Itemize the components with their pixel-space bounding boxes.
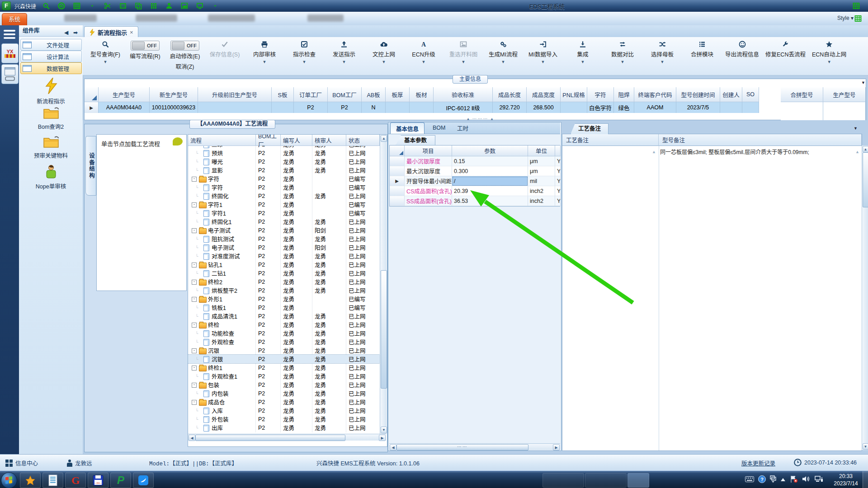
table-cell[interactable] xyxy=(742,102,759,113)
table-cell[interactable]: 292.720 xyxy=(493,102,527,113)
column-header[interactable]: PNL规格 xyxy=(561,87,587,102)
taskbar-window-button-active[interactable] xyxy=(627,473,649,488)
scrollbar-thumb[interactable] xyxy=(381,270,387,389)
toggle-switch[interactable]: OFF xyxy=(170,41,199,51)
show-hidden-icons[interactable] xyxy=(780,476,786,484)
collapse-node-icon[interactable]: - xyxy=(192,177,197,182)
toolbar-button-17[interactable]: 导出流程信息 xyxy=(722,39,762,58)
tab-process-remarks[interactable]: 工艺备注 xyxy=(571,123,609,134)
tree-row-终固化[interactable]: └ 终固化P2 龙勇 龙勇 已上网 xyxy=(188,192,380,200)
chevron-down-icon[interactable]: ▼ xyxy=(621,60,625,64)
tree-row-二钻1[interactable]: └ 二钻1P2 龙勇 龙勇 已上网 xyxy=(188,269,380,277)
sidebar-tool-3[interactable]: 预审关键物料 xyxy=(19,136,83,160)
taskbar-window-button[interactable] xyxy=(542,473,584,488)
grid-table-icon[interactable] xyxy=(72,1,81,10)
volume-tray-icon[interactable] xyxy=(802,475,811,484)
life-ring-icon[interactable] xyxy=(57,1,66,10)
column-header[interactable]: 验收标准 xyxy=(434,87,493,102)
tree-row-出库[interactable]: └ 出库P2 龙勇 龙勇 已上网 xyxy=(188,423,380,432)
scrollbar-thumb[interactable] xyxy=(195,435,345,441)
cancel-button[interactable]: 取消(Z) xyxy=(176,62,194,70)
scissors-icon[interactable] xyxy=(103,1,112,10)
tree-row-沉银[interactable]: - 沉银P2 龙勇 龙勇 已上网 xyxy=(188,346,380,355)
toolbar-button-13[interactable]: 集成▼ xyxy=(563,39,603,64)
chevron-down-icon[interactable]: ▼ xyxy=(263,60,267,64)
column-header[interactable]: 升级前旧生产型号 xyxy=(198,87,272,102)
scroll-down-icon[interactable]: ▼ xyxy=(381,427,387,433)
scroll-up-icon[interactable]: ▲ xyxy=(652,150,656,154)
calculator-tool-icon[interactable] xyxy=(1,64,19,84)
column-header[interactable]: 合拼型号 xyxy=(781,87,823,102)
scroll-down-icon[interactable]: ▼ xyxy=(863,443,868,450)
collapse-node-icon[interactable]: - xyxy=(192,323,197,328)
tree-row-外包装[interactable]: └ 外包装P2 龙勇 龙勇 已上网 xyxy=(188,415,380,423)
column-header[interactable]: 生产型号 xyxy=(823,87,866,102)
film-icon[interactable] xyxy=(118,1,127,10)
column-header[interactable]: 型号创建时间 xyxy=(676,87,720,102)
column-header[interactable]: SO xyxy=(742,87,759,102)
taskbar-window-button[interactable] xyxy=(585,473,627,488)
help-tray-icon[interactable]: ? xyxy=(758,475,766,485)
person-icon[interactable] xyxy=(165,1,174,10)
scroll-left-icon[interactable]: ◀ xyxy=(189,435,195,441)
param-column-header[interactable]: 项目 xyxy=(405,145,452,156)
table-cell[interactable]: 白色字符 xyxy=(587,102,614,113)
chevron-down-icon[interactable]: ▼ xyxy=(501,60,505,64)
current-user[interactable]: 龙敦远 xyxy=(67,459,92,467)
sidebar-group-2[interactable]: 设计算法 xyxy=(20,51,82,62)
chevron-down-icon[interactable]: ▼ xyxy=(104,60,108,64)
tree-row-入库[interactable]: └ 入库P2 龙勇 龙勇 已上网 xyxy=(188,406,380,415)
chevron-down-icon[interactable] xyxy=(211,1,220,10)
copy-pages-icon[interactable] xyxy=(134,1,143,10)
scroll-up-icon[interactable]: ▲ xyxy=(855,150,859,154)
collapse-node-icon[interactable]: - xyxy=(192,263,197,267)
wing-app-icon[interactable] xyxy=(133,473,154,488)
chart-icon[interactable] xyxy=(180,1,189,10)
table-cell[interactable]: AAOM xyxy=(634,102,676,113)
tree-row-成品清洗1[interactable]: └ 成品清洗1P2 龙勇 龙勇 已上网 xyxy=(188,312,380,320)
panel-options-icon[interactable]: ▼ xyxy=(854,126,858,131)
info-center-button[interactable]: 信息中心 xyxy=(5,459,38,467)
tree-row-功能检查[interactable]: └ 功能检查P2 龙勇 龙勇 已上网 xyxy=(188,329,380,338)
table-cell[interactable]: N xyxy=(362,102,386,113)
tree-row-终检2[interactable]: - 终检2P2 龙勇 龙勇 已上网 xyxy=(188,277,380,286)
chevron-down-icon[interactable]: ▼ xyxy=(827,60,831,64)
tree-row-包装[interactable]: - 包装P2 龙勇 龙勇 已上网 xyxy=(188,380,380,389)
toolbar-button-3[interactable]: OFF启动修改(E)取消(Z) xyxy=(165,39,205,70)
taskbar-clock[interactable]: 20:33 2023/7/14 xyxy=(830,473,862,487)
sidebar-tool-1[interactable]: 新流程指示 xyxy=(19,78,83,105)
tree-row-终检1[interactable]: - 终检1P2 龙勇 龙勇 已上网 xyxy=(188,363,380,372)
collapse-node-icon[interactable]: - xyxy=(192,383,197,388)
tree-column-header[interactable]: BOM工厂 xyxy=(256,135,281,146)
tree-row-终固化1[interactable]: └ 终固化1P2 龙勇 龙勇 已上网 xyxy=(188,217,380,226)
monitor-icon[interactable] xyxy=(195,1,204,10)
param-column-header[interactable]: 参数 xyxy=(452,145,528,156)
grid-dots-icon[interactable] xyxy=(149,1,158,10)
tree-row-沉银[interactable]: └ 沉银P2 龙勇 龙勇 已上网 xyxy=(188,355,380,363)
splitter-grip[interactable]: ⋯⋯ xyxy=(457,446,468,448)
model-remark-text[interactable]: 同一芯板层偏≤3mil; 整板层偏≤5mil.层间介质大于等于0.09mm; xyxy=(660,148,854,155)
version-history-link[interactable]: 版本更新记录 xyxy=(741,459,775,467)
column-header[interactable]: BOM工厂 xyxy=(328,87,362,102)
scroll-left-icon[interactable]: ◀ xyxy=(390,444,396,450)
tab-工时[interactable]: 工时 xyxy=(452,122,474,133)
g-app-icon[interactable]: G xyxy=(65,473,86,488)
show-desktop-button[interactable] xyxy=(863,471,868,488)
table-cell[interactable] xyxy=(561,102,587,113)
scroll-right-icon[interactable]: ▶ xyxy=(379,435,386,441)
table-cell[interactable] xyxy=(720,102,742,113)
param-column-header[interactable]: 单位 xyxy=(528,145,555,156)
collapse-node-icon[interactable]: - xyxy=(192,228,197,233)
chevron-down-icon[interactable]: ▼ xyxy=(581,60,585,64)
tree-column-header[interactable]: 编写人 xyxy=(281,135,312,146)
tab-new-process-instruction[interactable]: 新流程指示 × xyxy=(84,26,138,38)
collapse-left-icon[interactable]: ◀ xyxy=(64,27,68,38)
column-header[interactable]: 创建人 xyxy=(720,87,742,102)
action-center-flag-icon[interactable] xyxy=(790,475,798,485)
chevron-down-icon[interactable]: ▼ xyxy=(660,60,665,64)
window-tray-icon[interactable] xyxy=(770,475,776,484)
tree-row-终检[interactable]: - 终检P2 龙勇 龙勇 已上网 xyxy=(188,320,380,329)
column-header[interactable]: AB板 xyxy=(362,87,386,102)
column-header[interactable]: 成品长度 xyxy=(493,87,527,102)
table-cell[interactable]: 10011000039623 xyxy=(150,102,198,113)
